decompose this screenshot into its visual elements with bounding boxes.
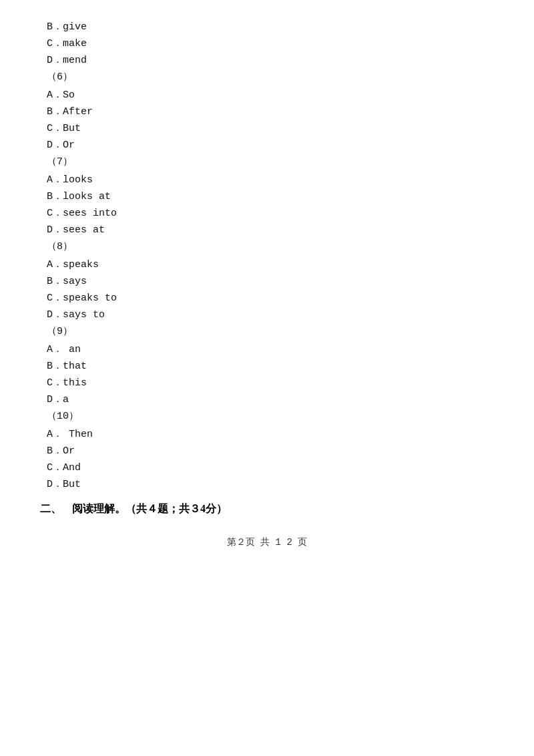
section2-header: 二、 阅读理解。（共４题；共３4分） (40, 502, 494, 516)
option-b-give: B．give (47, 20, 494, 33)
question-7-number: （7） (47, 155, 494, 168)
option-10c: C．And (47, 461, 494, 474)
option-7a: A．looks (47, 173, 494, 186)
option-6c: C．But (47, 122, 494, 134)
option-7b: B．looks at (47, 190, 494, 202)
page-footer: 第２页 共 1 2 页 (40, 536, 494, 548)
option-8a: A．speaks (47, 258, 494, 270)
option-c-make: C．make (47, 37, 494, 49)
option-9c: C．this (47, 376, 494, 389)
option-9d: D．a (47, 393, 494, 405)
option-6d: D．Or (47, 138, 494, 151)
option-6a: A．So (47, 88, 494, 101)
option-10d: D．But (47, 478, 494, 490)
option-8d: D．says to (47, 308, 494, 321)
option-7c: C．sees into (47, 206, 494, 219)
option-9a: A． an (47, 343, 494, 355)
option-10a: A． Then (47, 427, 494, 440)
question-9-number: （9） (47, 325, 494, 337)
option-7d: D．sees at (47, 223, 494, 236)
option-8c: C．speaks to (47, 291, 494, 304)
question-10-number: （10） (47, 409, 494, 422)
option-6b: B．After (47, 105, 494, 118)
option-8b: B．says (47, 274, 494, 287)
question-8-number: （8） (47, 240, 494, 252)
question-6-number: （6） (47, 70, 494, 83)
option-d-mend: D．mend (47, 53, 494, 66)
option-10b: B．Or (47, 444, 494, 457)
option-9b: B．that (47, 359, 494, 372)
